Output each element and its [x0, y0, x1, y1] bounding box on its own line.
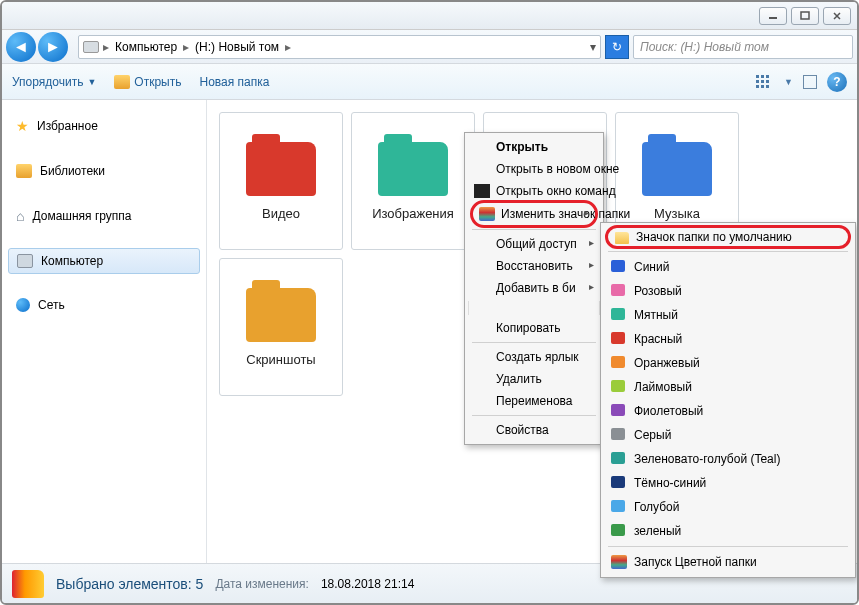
color-swatch-icon: [611, 452, 625, 464]
network-icon: [16, 298, 30, 312]
address-bar[interactable]: ▸ Компьютер ▸ (H:) Новый том ▸ ▾: [78, 35, 601, 59]
folder-label: Видео: [262, 206, 300, 221]
view-dropdown-icon[interactable]: ▼: [784, 77, 793, 87]
color-label: зеленый: [634, 524, 681, 538]
color-swatch-icon: [611, 284, 625, 296]
computer-icon: [17, 254, 33, 268]
sidebar-libraries[interactable]: Библиотеки: [2, 158, 206, 184]
color-swatch-icon: [611, 332, 625, 344]
context-menu: Открыть Открыть в новом окне Открыть окн…: [464, 132, 604, 445]
sub-color-option[interactable]: зеленый: [604, 519, 852, 543]
help-button[interactable]: ?: [827, 72, 847, 92]
breadcrumb-drive[interactable]: (H:) Новый том: [189, 40, 285, 54]
home-icon: ⌂: [16, 208, 24, 224]
sub-color-option[interactable]: Зеленовато-голубой (Teal): [604, 447, 852, 471]
open-button[interactable]: Открыть: [114, 75, 181, 89]
color-swatch-icon: [611, 380, 625, 392]
sidebar-homegroup[interactable]: ⌂Домашняя группа: [2, 202, 206, 230]
refresh-button[interactable]: ↻: [605, 35, 629, 59]
sub-color-option[interactable]: Тёмно-синий: [604, 471, 852, 495]
brush-icon: [479, 207, 495, 221]
folder-icon: [642, 142, 712, 196]
separator: [472, 415, 596, 416]
folder-label: Скриншоты: [246, 352, 315, 367]
drive-icon: [83, 41, 99, 53]
sub-color-option[interactable]: Голубой: [604, 495, 852, 519]
svg-rect-1: [801, 12, 809, 19]
color-label: Мятный: [634, 308, 678, 322]
ctx-restore[interactable]: Восстановить: [468, 255, 600, 277]
forward-button[interactable]: ►: [38, 32, 68, 62]
sub-color-option[interactable]: Мятный: [604, 303, 852, 327]
sub-color-option[interactable]: Синий: [604, 255, 852, 279]
folder-label: Изображения: [372, 206, 454, 221]
organize-button[interactable]: Упорядочить ▼: [12, 75, 96, 89]
ctx-open-new-window[interactable]: Открыть в новом окне: [468, 158, 600, 180]
color-swatch-icon: [611, 476, 625, 488]
status-folder-icon: [12, 570, 44, 598]
breadcrumb-computer[interactable]: Компьютер: [109, 40, 183, 54]
color-label: Оранжевый: [634, 356, 700, 370]
ctx-add-library[interactable]: Добавить в би: [468, 277, 600, 299]
color-swatch-icon: [611, 428, 625, 440]
sub-default-icon[interactable]: Значок папки по умолчанию: [605, 225, 851, 249]
folder-icon: [615, 232, 629, 244]
color-swatch-icon: [611, 404, 625, 416]
color-swatch-icon: [611, 308, 625, 320]
menu-truncation: [468, 301, 600, 315]
sub-color-option[interactable]: Оранжевый: [604, 351, 852, 375]
sub-launch-app[interactable]: Запуск Цветной папки: [604, 550, 852, 574]
ctx-share[interactable]: Общий доступ: [468, 233, 600, 255]
ctx-create-shortcut[interactable]: Создать ярлык: [468, 346, 600, 368]
close-button[interactable]: [823, 7, 851, 25]
sidebar-network[interactable]: Сеть: [2, 292, 206, 318]
sub-color-option[interactable]: Серый: [604, 423, 852, 447]
sub-color-option[interactable]: Розовый: [604, 279, 852, 303]
back-button[interactable]: ◄: [6, 32, 36, 62]
toolbar: Упорядочить ▼ Открыть Новая папка ▼ ?: [2, 64, 857, 100]
separator: [608, 546, 848, 547]
status-selection: Выбрано элементов: 5: [56, 576, 203, 592]
color-label: Красный: [634, 332, 682, 346]
search-placeholder: Поиск: (H:) Новый том: [640, 40, 769, 54]
ctx-open-cmd[interactable]: Открыть окно команд: [468, 180, 600, 202]
ctx-properties[interactable]: Свойства: [468, 419, 600, 441]
preview-pane-button[interactable]: [803, 75, 817, 89]
ctx-open[interactable]: Открыть: [468, 136, 600, 158]
color-label: Серый: [634, 428, 671, 442]
color-label: Фиолетовый: [634, 404, 703, 418]
sub-color-option[interactable]: Лаймовый: [604, 375, 852, 399]
ctx-change-folder-icon[interactable]: Изменить значок папки: [473, 203, 595, 225]
titlebar: [2, 2, 857, 30]
ctx-copy[interactable]: Копировать: [468, 317, 600, 339]
view-button[interactable]: [756, 75, 774, 89]
folder-tile[interactable]: Видео: [219, 112, 343, 250]
color-swatch-icon: [611, 260, 625, 272]
new-folder-button[interactable]: Новая папка: [199, 75, 269, 89]
color-label: Тёмно-синий: [634, 476, 706, 490]
folder-tile[interactable]: Скриншоты: [219, 258, 343, 396]
sub-color-option[interactable]: Красный: [604, 327, 852, 351]
color-label: Синий: [634, 260, 669, 274]
ctx-delete[interactable]: Удалить: [468, 368, 600, 390]
sidebar: ★Избранное Библиотеки ⌂Домашняя группа К…: [2, 100, 207, 563]
status-date-value: 18.08.2018 21:14: [321, 577, 414, 591]
separator: [608, 251, 848, 252]
folder-tile[interactable]: Изображения: [351, 112, 475, 250]
status-date-label: Дата изменения:: [215, 577, 309, 591]
separator: [472, 342, 596, 343]
folder-icon: [114, 75, 130, 89]
minimize-button[interactable]: [759, 7, 787, 25]
sidebar-computer[interactable]: Компьютер: [8, 248, 200, 274]
search-input[interactable]: Поиск: (H:) Новый том: [633, 35, 853, 59]
sidebar-favorites[interactable]: ★Избранное: [2, 112, 206, 140]
navbar: ◄ ► ▸ Компьютер ▸ (H:) Новый том ▸ ▾ ↻ П…: [2, 30, 857, 64]
ctx-rename[interactable]: Переименова: [468, 390, 600, 412]
dropdown-icon[interactable]: ▾: [590, 40, 596, 54]
maximize-button[interactable]: [791, 7, 819, 25]
chevron-right-icon[interactable]: ▸: [285, 40, 291, 54]
color-label: Голубой: [634, 500, 680, 514]
sub-color-option[interactable]: Фиолетовый: [604, 399, 852, 423]
color-label: Розовый: [634, 284, 682, 298]
color-swatch-icon: [611, 524, 625, 536]
